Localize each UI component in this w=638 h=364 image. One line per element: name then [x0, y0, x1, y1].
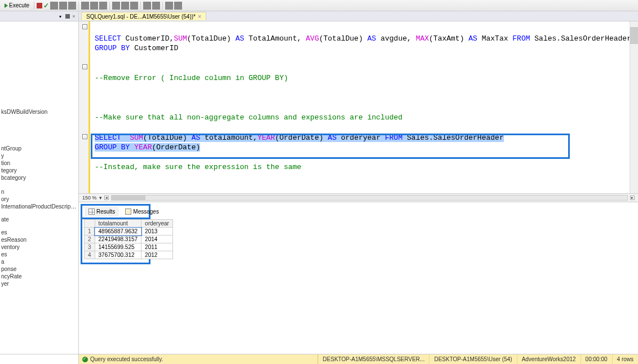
fold-icon[interactable]: - [82, 64, 87, 69]
results-tab-label: Results [96, 208, 115, 215]
code-content[interactable]: SELECT CustomerID,SUM(TotalDue) AS Total… [95, 24, 631, 183]
tool-icon-3[interactable] [68, 2, 76, 10]
stop-icon[interactable] [37, 3, 42, 8]
scroll-right-icon[interactable]: ▸ [630, 196, 635, 200]
results-grid[interactable]: totalamount orderyear 1 48965887.9632 20… [84, 219, 149, 259]
col-header[interactable] [85, 220, 95, 228]
explorer-header: ▾ × [0, 11, 78, 21]
tree-item[interactable]: ventory [0, 243, 78, 251]
tree-item[interactable]: ponse [0, 265, 78, 273]
table-row[interactable]: 3 14155699.525 2011 [85, 243, 173, 251]
zoom-dropdown-icon[interactable]: ▾ [99, 195, 102, 201]
grid-icon [88, 208, 95, 215]
tree-item[interactable]: tegory [0, 167, 78, 174]
results-panel: Results Messages totalamount [79, 202, 638, 355]
editor-tab-strip: SQLQuery1.sql - DE...A1M5655\User (54))*… [79, 11, 638, 21]
tree-item[interactable]: esReason [0, 236, 78, 243]
table-row[interactable]: 4 37675700.312 2012 [85, 251, 173, 259]
tool-icon-1[interactable] [50, 2, 58, 10]
separator-icon [109, 2, 110, 10]
table-row[interactable]: 1 48965887.9632 2013 [85, 228, 173, 236]
tool-icon-2[interactable] [59, 2, 67, 10]
comment-icon[interactable] [165, 2, 173, 10]
dropdown-icon[interactable]: ▾ [59, 14, 64, 19]
separator-icon [162, 2, 163, 10]
tree-item[interactable]: ntGroup [0, 145, 78, 152]
tree-item[interactable]: ate [0, 216, 78, 223]
sql-editor[interactable]: - - - SELECT CustomerID,SUM(TotalDue) AS… [79, 21, 638, 193]
tool-icon-7[interactable] [112, 2, 120, 10]
close-icon[interactable]: × [198, 13, 201, 20]
tree-item[interactable]: a [0, 258, 78, 265]
separator-icon [140, 2, 141, 10]
tab-results[interactable]: Results [85, 207, 119, 216]
tree-item[interactable]: n [0, 188, 78, 196]
parse-check-icon[interactable]: ✓ [43, 2, 49, 10]
pin-icon[interactable] [65, 14, 70, 19]
separator-icon [34, 2, 34, 10]
uncomment-icon[interactable] [174, 2, 182, 10]
close-icon[interactable]: × [72, 14, 76, 19]
modification-bar [88, 21, 90, 193]
horizontal-scrollbar[interactable] [111, 195, 628, 201]
outdent-icon[interactable] [152, 2, 160, 10]
col-header[interactable]: orderyear [141, 220, 173, 228]
table-row[interactable]: 2 22419498.3157 2014 [85, 236, 173, 243]
vertical-scrollbar[interactable] [630, 21, 638, 193]
tree-item[interactable]: y [0, 152, 78, 159]
tree-item[interactable]: es [0, 251, 78, 258]
table-header-row: totalamount orderyear [85, 220, 173, 228]
fold-icon[interactable]: - [82, 134, 87, 139]
messages-icon [125, 208, 131, 215]
status-server: DESKTOP-A1M5655\MSSQLSERVER... [318, 354, 429, 364]
tree-item[interactable]: ory [0, 196, 78, 203]
explorer-tree[interactable]: ksDWBuildVersion ntGroup y tion tegory b… [0, 21, 78, 290]
main-toolbar: Execute ✓ [0, 0, 638, 11]
tool-icon-4[interactable] [81, 2, 89, 10]
tab-label: SQLQuery1.sql - DE...A1M5655\User (54))* [86, 14, 196, 20]
tree-item[interactable]: es [0, 229, 78, 236]
tab-messages[interactable]: Messages [121, 207, 163, 216]
execute-button[interactable]: Execute [2, 2, 32, 9]
status-db: AdventureWorks2012 [517, 354, 581, 364]
play-icon [5, 3, 8, 8]
separator-icon [78, 2, 79, 10]
tree-item[interactable]: InternationalProductDescription [0, 203, 78, 210]
status-rows: 4 rows [612, 354, 638, 364]
status-text: Query executed successfully. [90, 356, 163, 362]
messages-tab-label: Messages [133, 208, 159, 215]
tree-item[interactable]: tion [0, 159, 78, 167]
fold-icon[interactable]: - [82, 24, 87, 29]
status-time: 00:00:00 [581, 354, 612, 364]
tree-item[interactable]: bcategory [0, 174, 78, 181]
tree-item[interactable]: ksDWBuildVersion [0, 108, 78, 116]
tool-icon-6[interactable] [99, 2, 107, 10]
execute-label: Execute [9, 2, 29, 8]
object-explorer-panel: ▾ × ksDWBuildVersion ntGroup y tion tego… [0, 11, 79, 355]
status-bar: Query executed successfully. DESKTOP-A1M… [0, 354, 638, 364]
status-message [0, 354, 79, 364]
tree-item[interactable]: ncyRate [0, 273, 78, 280]
tool-icon-5[interactable] [90, 2, 98, 10]
tool-icon-8[interactable] [121, 2, 129, 10]
editor-tab[interactable]: SQLQuery1.sql - DE...A1M5655\User (54))*… [81, 12, 206, 20]
editor-footer: 150 % ▾ ◂ ▸ [79, 193, 638, 202]
tool-icon-9[interactable] [130, 2, 138, 10]
scroll-left-icon[interactable]: ◂ [104, 196, 109, 200]
tree-item[interactable]: yer [0, 280, 78, 287]
success-icon [82, 357, 88, 362]
status-message-area: Query executed successfully. [79, 354, 318, 364]
col-header[interactable]: totalamount [95, 220, 141, 228]
indent-icon[interactable] [143, 2, 151, 10]
zoom-level[interactable]: 150 % [82, 195, 97, 201]
status-user: DESKTOP-A1M5655\User (54) [429, 354, 516, 364]
